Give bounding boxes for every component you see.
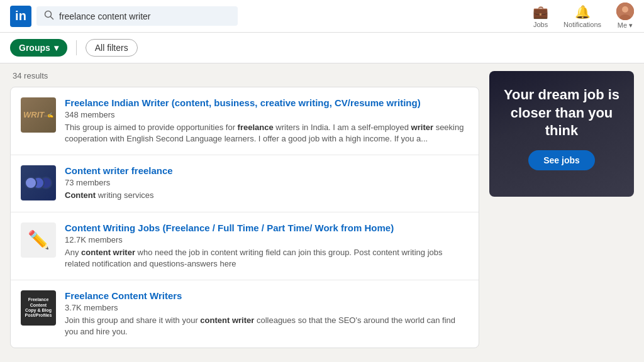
result-title[interactable]: Freelance Content Writers [65,290,469,301]
result-description: Join this group and share it with your c… [65,315,469,337]
bell-icon: 🔔 [575,4,591,19]
nav-jobs[interactable]: 💼 Jobs [533,4,548,28]
ad-title: Your dream job is closer than you think [501,86,623,140]
result-title[interactable]: Freelance Indian Writer (content, busine… [65,97,469,108]
ad-card: Your dream job is closer than you think … [489,71,634,197]
briefcase-icon: 💼 [533,4,548,19]
result-members: 348 members [65,110,469,119]
result-content: Freelance Indian Writer (content, busine… [65,97,469,145]
divider [76,40,77,55]
result-title[interactable]: Content Writing Jobs (Freelance / Full T… [65,222,469,233]
result-title[interactable]: Content writer freelance [65,165,469,176]
groups-button-label: Groups [19,43,50,53]
results-count: 34 results [10,71,479,80]
ad-panel: Your dream job is closer than you think … [489,71,634,348]
result-description: Content writing services [65,190,469,201]
main-content: 34 results WRIT ✍ Freelance Indian Write… [0,63,644,356]
filters-bar: Groups ▾ All filters [0,33,644,63]
nav-me[interactable]: Me ▾ [616,3,634,30]
linkedin-logo[interactable]: in [10,6,31,27]
nav-notifications-label: Notifications [564,21,601,28]
table-row[interactable]: Freelance ContentCopy & BlogPost/Profile… [11,280,479,348]
avatar [616,3,634,20]
pencil-icon: ✏️ [28,229,50,250]
group-thumbnail [21,165,56,200]
groups-button[interactable]: Groups ▾ [10,39,67,57]
svg-point-3 [622,6,628,13]
result-description: This group is aimed to provide opportuni… [65,122,469,145]
table-row[interactable]: WRIT ✍ Freelance Indian Writer (content,… [11,87,479,155]
nav-me-label: Me ▾ [618,21,633,30]
see-jobs-button[interactable]: See jobs [528,150,595,170]
nav-jobs-label: Jobs [533,21,548,28]
result-content: Content writer freelance 73 members Cont… [65,165,469,201]
result-members: 73 members [65,178,469,187]
result-content: Freelance Content Writers 3.7K members J… [65,290,469,337]
chevron-down-icon: ▾ [54,43,58,53]
results-column: 34 results WRIT ✍ Freelance Indian Write… [10,71,479,348]
nav-right: 💼 Jobs 🔔 Notifications Me ▾ [533,3,634,30]
results-card: WRIT ✍ Freelance Indian Writer (content,… [10,87,479,348]
search-icon [44,10,54,22]
result-members: 12.7K members [65,235,469,244]
group-thumbnail: Freelance ContentCopy & BlogPost/Profile… [21,290,56,326]
search-bar [36,6,238,26]
all-filters-button[interactable]: All filters [86,39,138,57]
svg-line-1 [51,17,53,19]
result-members: 3.7K members [65,303,469,312]
group-thumbnail: WRIT ✍ [21,97,56,133]
table-row[interactable]: Content writer freelance 73 members Cont… [11,155,479,212]
search-input[interactable] [59,11,230,21]
group-thumbnail: ✏️ [21,222,56,258]
table-row[interactable]: ✏️ Content Writing Jobs (Freelance / Ful… [11,212,479,280]
result-content: Content Writing Jobs (Freelance / Full T… [65,222,469,270]
nav-notifications[interactable]: 🔔 Notifications [564,4,601,28]
header: in 💼 Jobs 🔔 Notifications [0,0,644,33]
result-description: Any content writer who need the job in c… [65,247,469,270]
